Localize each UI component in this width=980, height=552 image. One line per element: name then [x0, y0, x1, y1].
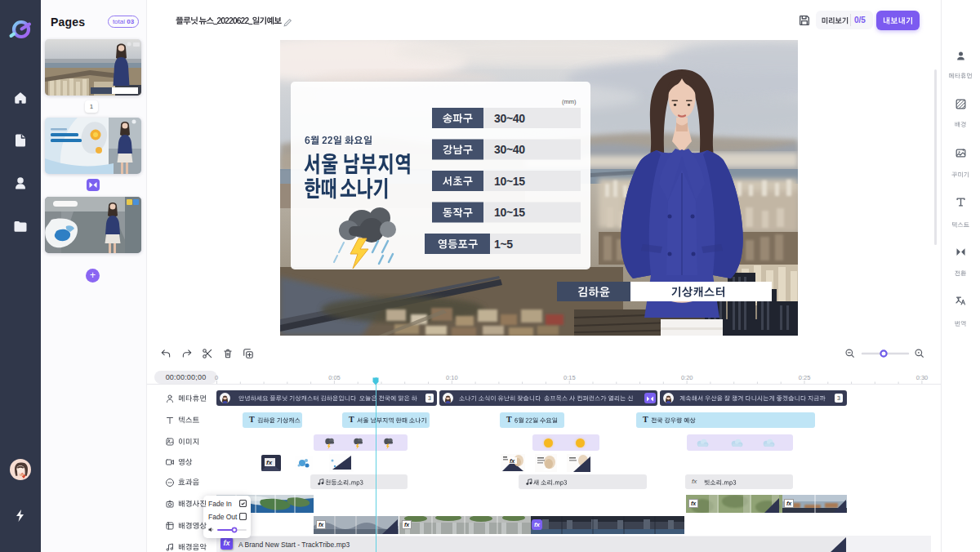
svg-text:fx: fx [510, 458, 515, 464]
svg-text:fx: fx [266, 459, 273, 466]
